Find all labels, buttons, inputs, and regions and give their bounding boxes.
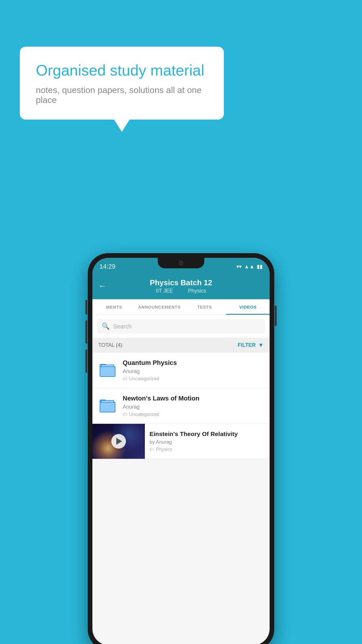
- list-item[interactable]: Quantum Physics Anurag 🏷 Uncategorized: [92, 353, 270, 388]
- volume-down-button[interactable]: [85, 320, 87, 344]
- total-count: TOTAL (4): [98, 342, 122, 348]
- item-tag-label: Uncategorized: [129, 412, 159, 417]
- header-subtitle: IIT JEE Physics: [150, 288, 212, 294]
- item-title: Newton's Laws of Motion: [123, 395, 264, 402]
- list-item-video[interactable]: Einstein's Theory Of Relativity by Anura…: [92, 424, 270, 459]
- search-input[interactable]: Search: [113, 323, 131, 330]
- tag-icon: 🏷: [123, 412, 127, 417]
- front-camera: [179, 261, 183, 265]
- power-button[interactable]: [275, 306, 277, 326]
- play-button[interactable]: [111, 434, 126, 449]
- video-thumbnail: [92, 424, 145, 459]
- filter-funnel-icon: ▼: [258, 342, 264, 349]
- tag-icon: 🏷: [150, 447, 154, 452]
- item-content: Quantum Physics Anurag 🏷 Uncategorized: [123, 359, 264, 382]
- app-header: ← Physics Batch 12 IIT JEE Physics: [92, 273, 270, 299]
- item-author: Anurag: [123, 404, 264, 410]
- item-tag-label: Uncategorized: [129, 376, 159, 382]
- signal-icon: ▲▲: [244, 264, 254, 270]
- item-icon-wrap: [98, 361, 117, 380]
- back-button[interactable]: ←: [98, 281, 106, 291]
- folder-icon: [100, 400, 115, 412]
- header-subtitle-part1: IIT JEE: [156, 288, 173, 294]
- folder-icon: [100, 364, 115, 377]
- tab-videos[interactable]: VIDEOS: [226, 299, 270, 315]
- phone-screen: 14:29 ▾▾ ▲▲ ▮▮ ← Physics Batch 12 IIT JE…: [92, 258, 270, 644]
- filter-button[interactable]: FILTER ▼: [238, 342, 264, 349]
- item-icon-wrap: [98, 397, 117, 415]
- silent-button[interactable]: [85, 349, 87, 373]
- header-subtitle-part2: Physics: [188, 288, 206, 294]
- tab-ments[interactable]: MENTS: [92, 299, 136, 315]
- status-icons: ▾▾ ▲▲ ▮▮: [236, 263, 263, 270]
- speech-bubble-title: Organised study material: [36, 61, 208, 79]
- video-item-tag: 🏷 Physics: [150, 447, 259, 452]
- video-item-author: by Anurag: [150, 439, 259, 445]
- tab-announcements[interactable]: ANNOUNCEMENTS: [136, 299, 183, 315]
- video-item-tag-label: Physics: [156, 447, 172, 452]
- filter-bar: TOTAL (4) FILTER ▼: [92, 338, 270, 353]
- tab-tests[interactable]: TESTS: [183, 299, 226, 315]
- tag-icon: 🏷: [123, 376, 127, 382]
- item-title: Quantum Physics: [123, 359, 264, 367]
- item-author: Anurag: [123, 368, 264, 374]
- video-item-content: Einstein's Theory Of Relativity by Anura…: [145, 426, 264, 457]
- header-subtitle-separator: [179, 288, 183, 294]
- header-title: Physics Batch 12: [150, 278, 212, 287]
- speech-bubble-container: Organised study material notes, question…: [20, 47, 224, 120]
- search-bar[interactable]: 🔍 Search: [97, 319, 265, 334]
- video-item-title: Einstein's Theory Of Relativity: [150, 430, 259, 438]
- play-icon: [116, 438, 122, 445]
- item-content: Newton's Laws of Motion Anurag 🏷 Uncateg…: [123, 395, 264, 417]
- item-tag: 🏷 Uncategorized: [123, 412, 264, 417]
- header-content: Physics Batch 12 IIT JEE Physics: [150, 278, 212, 294]
- phone-frame: 14:29 ▾▾ ▲▲ ▮▮ ← Physics Batch 12 IIT JE…: [88, 253, 274, 644]
- volume-up-button[interactable]: [85, 300, 87, 314]
- item-tag: 🏷 Uncategorized: [123, 376, 264, 382]
- list-container: Quantum Physics Anurag 🏷 Uncategorized: [92, 353, 270, 459]
- wifi-icon: ▾▾: [236, 263, 242, 270]
- speech-bubble-subtitle: notes, question papers, solutions all at…: [36, 85, 208, 105]
- filter-label: FILTER: [238, 342, 256, 348]
- list-item[interactable]: Newton's Laws of Motion Anurag 🏷 Uncateg…: [92, 388, 270, 424]
- search-container: 🔍 Search: [92, 315, 270, 338]
- speech-bubble: Organised study material notes, question…: [20, 47, 224, 120]
- search-icon: 🔍: [102, 323, 110, 330]
- phone-notch: [158, 258, 204, 268]
- battery-icon: ▮▮: [257, 263, 263, 270]
- tabs-container: MENTS ANNOUNCEMENTS TESTS VIDEOS: [92, 299, 270, 315]
- status-time: 14:29: [99, 263, 115, 270]
